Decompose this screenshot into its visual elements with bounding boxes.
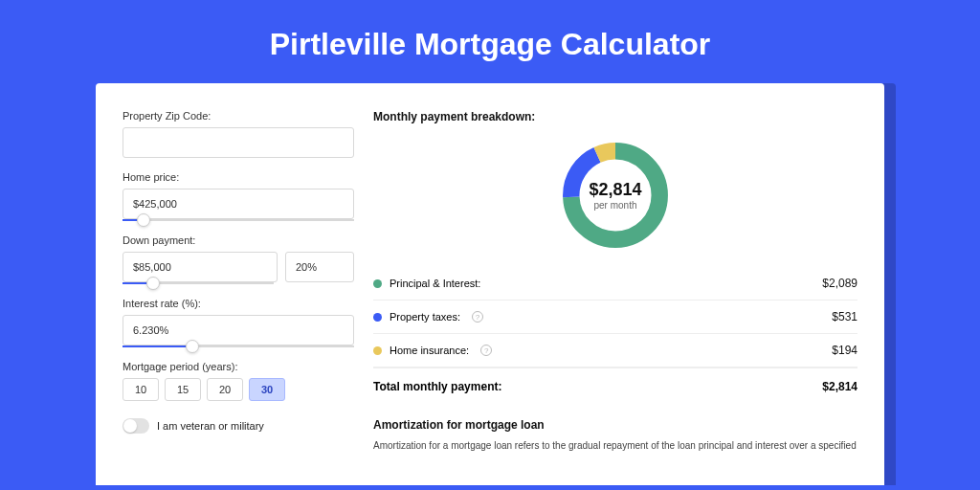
period-label: Mortgage period (years):: [122, 361, 354, 372]
calculator-card: Property Zip Code: Home price: Down paym…: [96, 83, 884, 485]
period-group: Mortgage period (years): 10152030: [122, 361, 354, 401]
legend-row: Principal & Interest:$2,089: [373, 267, 858, 301]
down-payment-label: Down payment:: [122, 234, 354, 246]
legend-label: Property taxes:: [390, 311, 460, 323]
down-payment-slider[interactable]: [122, 282, 274, 284]
down-payment-group: Down payment:: [122, 234, 354, 284]
breakdown-column: Monthly payment breakdown: $2,814 per mo…: [373, 110, 858, 485]
toggle-knob: [123, 419, 137, 433]
donut-chart-wrap: $2,814 per month: [373, 133, 858, 267]
help-icon[interactable]: ?: [472, 311, 483, 323]
legend-label: Home insurance:: [390, 345, 469, 356]
down-payment-pct-input[interactable]: [285, 252, 354, 282]
help-icon[interactable]: ?: [480, 345, 492, 356]
total-value: $2,814: [822, 380, 858, 393]
veteran-toggle[interactable]: [122, 418, 149, 434]
slider-thumb[interactable]: [137, 213, 150, 227]
amortization-text: Amortization for a mortgage loan refers …: [373, 439, 858, 453]
period-button-10[interactable]: 10: [122, 378, 159, 401]
donut-chart: $2,814 per month: [557, 137, 674, 254]
breakdown-title: Monthly payment breakdown:: [373, 110, 858, 123]
zip-input[interactable]: [122, 127, 354, 158]
interest-rate-slider[interactable]: [122, 345, 354, 347]
amortization-title: Amortization for mortgage loan: [373, 418, 858, 432]
period-buttons: 10152030: [122, 378, 354, 401]
period-button-30[interactable]: 30: [249, 378, 285, 401]
down-payment-input[interactable]: [122, 252, 278, 282]
interest-rate-label: Interest rate (%):: [122, 298, 354, 309]
legend-dot-icon: [373, 313, 382, 322]
legend-dot-icon: [373, 279, 382, 288]
legend-row: Home insurance:?$194: [373, 334, 858, 368]
donut-amount: $2,814: [589, 180, 641, 200]
legend-value: $531: [832, 310, 858, 323]
slider-thumb[interactable]: [146, 277, 160, 290]
home-price-input[interactable]: [122, 189, 354, 219]
interest-rate-group: Interest rate (%):: [122, 298, 354, 347]
legend: Principal & Interest:$2,089Property taxe…: [373, 267, 858, 368]
period-button-15[interactable]: 15: [165, 378, 201, 401]
legend-value: $2,089: [822, 277, 858, 290]
interest-rate-input[interactable]: [122, 315, 354, 345]
home-price-group: Home price:: [122, 171, 354, 221]
legend-value: $194: [832, 344, 858, 357]
slider-thumb[interactable]: [186, 340, 199, 353]
legend-dot-icon: [373, 346, 382, 355]
home-price-label: Home price:: [122, 171, 354, 183]
legend-row: Property taxes:?$531: [373, 301, 858, 334]
page-title: Pirtleville Mortgage Calculator: [0, 0, 980, 83]
veteran-label: I am veteran or military: [157, 420, 264, 432]
home-price-slider[interactable]: [122, 219, 354, 221]
form-column: Property Zip Code: Home price: Down paym…: [122, 110, 354, 485]
zip-label: Property Zip Code:: [122, 110, 354, 122]
donut-center: $2,814 per month: [557, 137, 674, 254]
legend-label: Principal & Interest:: [390, 278, 480, 289]
total-row: Total monthly payment: $2,814: [373, 368, 858, 409]
total-label: Total monthly payment:: [373, 380, 501, 393]
donut-sub: per month: [593, 200, 636, 211]
period-button-20[interactable]: 20: [207, 378, 243, 401]
zip-group: Property Zip Code:: [122, 110, 354, 158]
veteran-row: I am veteran or military: [122, 418, 354, 434]
